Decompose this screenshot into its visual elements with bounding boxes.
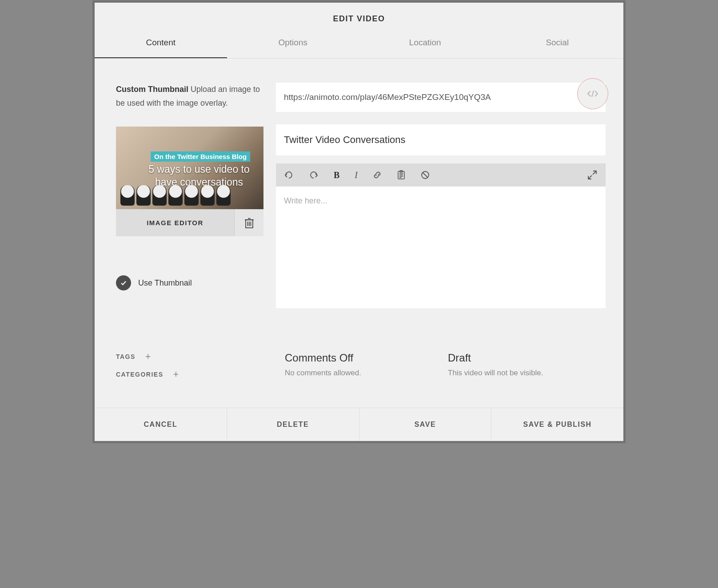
publish-status[interactable]: Draft This video will not be visible. xyxy=(448,352,602,387)
plus-icon: + xyxy=(145,351,151,362)
thumbnail-help-text: Custom Thumbnail Upload an image to be u… xyxy=(116,83,263,110)
comments-status[interactable]: Comments Off No comments allowed. xyxy=(285,352,439,387)
modal-title: EDIT VIDEO xyxy=(95,3,623,32)
video-title-input[interactable] xyxy=(276,124,606,155)
italic-icon: I xyxy=(355,170,358,180)
description-editor: B I xyxy=(276,163,606,308)
svg-line-15 xyxy=(588,175,592,179)
publish-status-sub: This video will not be visible. xyxy=(448,369,602,377)
tab-options[interactable]: Options xyxy=(227,32,359,58)
code-icon xyxy=(586,89,599,98)
plus-icon: + xyxy=(173,369,179,380)
tab-social[interactable]: Social xyxy=(491,32,624,58)
thumbnail-overlay-band: On the Twitter Business Blog xyxy=(151,151,250,162)
redo-button[interactable] xyxy=(307,170,320,180)
cancel-button[interactable]: CANCEL xyxy=(95,408,227,441)
redo-icon xyxy=(309,171,319,179)
check-icon xyxy=(120,279,127,286)
video-url-input[interactable] xyxy=(276,83,606,112)
no-entry-icon xyxy=(421,171,430,179)
italic-button[interactable]: I xyxy=(353,169,359,181)
clear-format-button[interactable] xyxy=(419,170,431,180)
trash-icon xyxy=(244,217,254,229)
use-thumbnail-toggle[interactable] xyxy=(116,275,131,290)
delete-button[interactable]: DELETE xyxy=(227,408,359,441)
add-category-button[interactable]: + xyxy=(173,369,179,379)
link-icon xyxy=(373,171,382,179)
comments-status-title: Comments Off xyxy=(285,352,439,364)
categories-label: CATEGORIES xyxy=(116,371,164,378)
save-button[interactable]: SAVE xyxy=(359,408,492,441)
undo-icon xyxy=(284,171,294,179)
tab-location[interactable]: Location xyxy=(359,32,491,58)
bold-icon: B xyxy=(334,170,339,180)
expand-button[interactable] xyxy=(585,169,599,181)
comments-status-sub: No comments allowed. xyxy=(285,369,439,377)
editor-toolbar: B I xyxy=(276,163,606,187)
expand-icon xyxy=(587,170,598,180)
tabs: Content Options Location Social xyxy=(95,32,623,59)
tab-content[interactable]: Content xyxy=(95,32,227,58)
description-textarea[interactable]: Write here... xyxy=(276,187,606,308)
bold-button[interactable]: B xyxy=(332,169,341,181)
thumbnail-preview[interactable]: On the Twitter Business Blog 5 ways to u… xyxy=(116,127,263,209)
svg-line-14 xyxy=(593,171,596,175)
save-publish-button[interactable]: SAVE & PUBLISH xyxy=(491,408,623,441)
undo-button[interactable] xyxy=(282,170,295,180)
add-tag-button[interactable]: + xyxy=(145,352,151,362)
footer-actions: CANCEL DELETE SAVE SAVE & PUBLISH xyxy=(95,408,623,441)
clipboard-button[interactable] xyxy=(395,169,407,181)
use-thumbnail-label: Use Thumbnail xyxy=(138,278,192,288)
embed-code-button[interactable] xyxy=(577,78,608,109)
link-button[interactable] xyxy=(371,170,383,180)
image-editor-button[interactable]: IMAGE EDITOR xyxy=(116,209,234,236)
thumbnail-decor xyxy=(120,185,259,209)
tags-label: TAGS xyxy=(116,353,136,360)
svg-line-13 xyxy=(423,173,428,178)
thumbnail-help-strong: Custom Thumbnail xyxy=(116,85,188,94)
publish-status-title: Draft xyxy=(448,352,602,364)
clipboard-icon xyxy=(397,170,406,180)
edit-video-modal: EDIT VIDEO Content Options Location Soci… xyxy=(95,3,623,441)
thumbnail-overlay-main: 5 ways to use video to have conversation… xyxy=(144,163,255,189)
delete-thumbnail-button[interactable] xyxy=(234,209,263,236)
svg-line-16 xyxy=(592,91,594,97)
